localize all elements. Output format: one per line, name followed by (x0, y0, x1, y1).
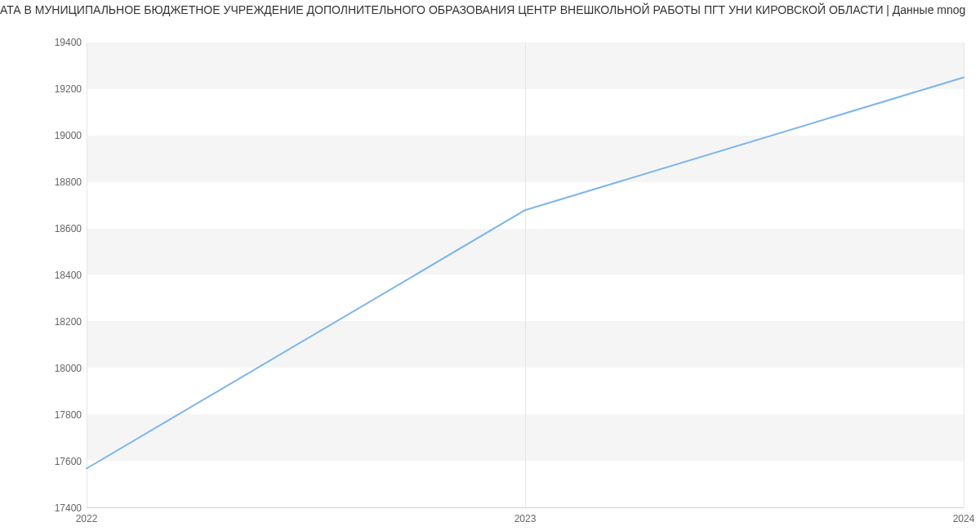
y-tick-label: 19200 (8, 83, 82, 95)
chart-line-layer (87, 42, 964, 508)
chart-container: 17400 17600 17800 18000 18200 18400 1860… (0, 23, 980, 529)
grid-line-v (964, 42, 964, 507)
y-tick-label: 19000 (8, 130, 82, 141)
y-tick-label: 17800 (8, 409, 82, 421)
x-tick-label: 2023 (514, 513, 537, 524)
x-tick-label: 2024 (953, 513, 975, 524)
chart-title: АТА В МУНИЦИПАЛЬНОЕ БЮДЖЕТНОЕ УЧРЕЖДЕНИЕ… (0, 0, 980, 23)
data-series-line (87, 78, 964, 469)
y-tick-label: 19400 (8, 37, 82, 48)
x-tick-label: 2022 (76, 513, 98, 524)
y-tick-label: 17400 (8, 502, 82, 514)
y-tick-label: 18800 (8, 176, 82, 188)
plot-area (87, 42, 964, 508)
y-tick-label: 18000 (8, 363, 82, 374)
y-tick-label: 17600 (8, 456, 82, 467)
y-tick-label: 18400 (8, 270, 82, 281)
y-tick-label: 18200 (8, 316, 82, 328)
y-tick-label: 18600 (8, 223, 82, 234)
